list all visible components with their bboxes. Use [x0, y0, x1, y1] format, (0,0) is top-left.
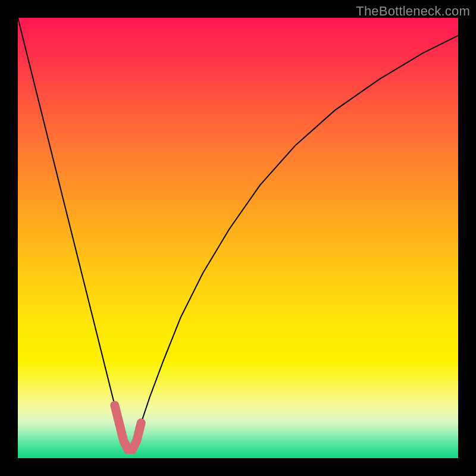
bottleneck-curve-path	[18, 18, 458, 449]
optimal-range-highlight	[115, 405, 141, 449]
watermark-text: TheBottleneck.com	[356, 4, 470, 19]
curve-layer	[18, 18, 458, 458]
plot-area	[18, 18, 458, 458]
chart-frame: TheBottleneck.com	[0, 0, 476, 476]
